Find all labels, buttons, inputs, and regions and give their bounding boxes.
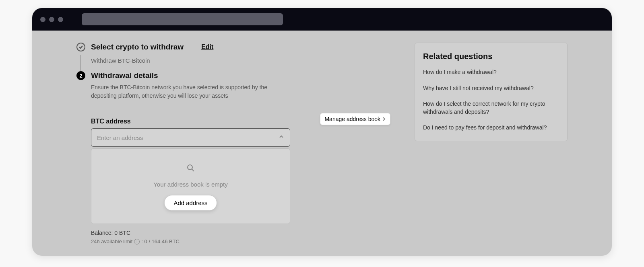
manage-address-book-button[interactable]: Manage address book <box>320 113 390 125</box>
related-question-link[interactable]: Why have I still not received my withdra… <box>423 84 559 92</box>
step-2-description: Ensure the BTC-Bitcoin network you have … <box>91 83 288 100</box>
page-content: Select crypto to withdraw Edit Withdraw … <box>32 31 612 256</box>
minimize-window-button[interactable] <box>49 17 54 22</box>
maximize-window-button[interactable] <box>58 17 63 22</box>
balance-text: Balance: 0 BTC <box>91 230 390 236</box>
svg-line-1 <box>192 169 194 171</box>
check-circle-icon <box>76 43 85 51</box>
chevron-right-icon <box>382 116 386 122</box>
add-address-button[interactable]: Add address <box>164 195 217 211</box>
window-titlebar <box>32 8 612 31</box>
empty-address-book-text: Your address book is empty <box>153 181 228 188</box>
step-2-number-icon: 2 <box>76 71 85 80</box>
edit-link[interactable]: Edit <box>201 43 213 51</box>
step-1-title: Select crypto to withdraw <box>91 43 184 51</box>
manage-address-book-label: Manage address book <box>324 116 380 122</box>
address-dropdown-panel: Your address book is empty Add address <box>91 148 290 224</box>
search-icon <box>187 164 195 174</box>
address-field-header: BTC address Manage address book <box>91 113 390 125</box>
limit-label: 24h available limit <box>91 238 132 244</box>
related-question-link[interactable]: Do I need to pay fees for deposit and wi… <box>423 124 559 132</box>
related-questions-box: Related questions How do I make a withdr… <box>415 43 568 141</box>
step-1-subtitle: Withdraw BTC-Bitcoin <box>91 55 390 64</box>
step-2-title: Withdrawal details <box>91 71 158 80</box>
address-placeholder: Enter an address <box>97 134 143 141</box>
limit-line: 24h available limit i : 0 / 164.46 BTC <box>91 238 390 244</box>
address-label: BTC address <box>91 118 131 125</box>
related-question-link[interactable]: How do I make a withdrawal? <box>423 68 559 76</box>
step-2-body: Ensure the BTC-Bitcoin network you have … <box>91 83 390 244</box>
related-question-link[interactable]: How do I select the correct network for … <box>423 100 559 116</box>
chevron-up-icon <box>279 134 284 141</box>
browser-window: Select crypto to withdraw Edit Withdraw … <box>32 8 612 256</box>
step-2-header: 2 Withdrawal details <box>76 71 390 80</box>
close-window-button[interactable] <box>40 17 45 22</box>
limit-value: : 0 / 164.46 BTC <box>141 238 180 244</box>
main-column: Select crypto to withdraw Edit Withdraw … <box>76 43 390 256</box>
svg-point-0 <box>188 165 192 170</box>
sidebar-column: Related questions How do I make a withdr… <box>415 43 568 256</box>
address-input[interactable]: Enter an address <box>91 128 290 147</box>
step-1-header: Select crypto to withdraw Edit <box>76 43 390 51</box>
window-controls <box>40 17 63 22</box>
step-1-body: Withdraw BTC-Bitcoin <box>80 55 390 71</box>
related-questions-title: Related questions <box>423 52 559 61</box>
url-bar[interactable] <box>82 13 283 25</box>
info-icon[interactable]: i <box>134 239 140 244</box>
